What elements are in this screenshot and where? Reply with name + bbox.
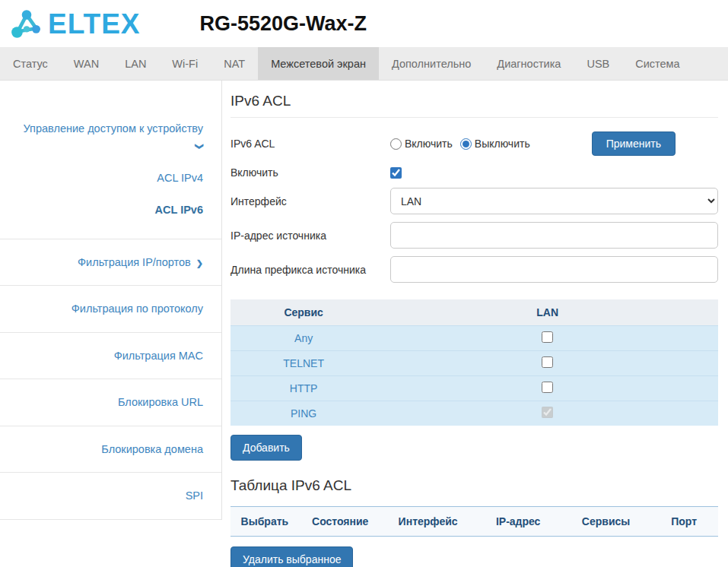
ipv6-acl-label: IPv6 ACL xyxy=(230,138,390,150)
sidebar-item-device-access[interactable]: Управление доступом к устройству ❯ xyxy=(0,112,221,162)
acl-header-port: Порт xyxy=(650,507,718,537)
page-title: IPv6 ACL xyxy=(230,93,718,118)
sidebar-group-domain-block: Блокировка домена xyxy=(0,426,221,473)
brand-name: ELTEX xyxy=(48,10,141,38)
service-table-header-row: Сервис LAN xyxy=(230,299,718,326)
sidebar-item-label: Управление доступом к устройству xyxy=(24,122,203,135)
acl-header-select: Выбрать xyxy=(230,507,299,537)
service-telnet-checkbox[interactable] xyxy=(542,356,553,368)
sidebar-item-acl-ipv6[interactable]: ACL IPv6 xyxy=(0,194,221,226)
eltex-logo: ELTEX xyxy=(9,8,141,40)
prefix-length-control xyxy=(390,256,718,283)
service-name: Any xyxy=(230,326,377,351)
service-http-checkbox[interactable] xyxy=(542,382,553,393)
chevron-down-icon: ❯ xyxy=(193,143,206,150)
sidebar-item-ip-port-filter[interactable]: Фильтрация IP/портов ❯ xyxy=(0,239,221,285)
interface-control: LAN xyxy=(390,188,718,214)
table-row: HTTP xyxy=(230,376,718,401)
ipv6-acl-control: Включить Выключить Применить xyxy=(390,131,718,156)
radio-enable-label: Включить xyxy=(405,138,453,150)
enable-checkbox[interactable] xyxy=(390,167,402,179)
service-name: TELNET xyxy=(230,351,377,376)
sidebar-group-mac-filter: Фильтрация MAC xyxy=(0,333,221,379)
service-checkbox-cell xyxy=(377,376,718,401)
enable-control xyxy=(390,167,718,179)
prefix-length-row: Длина префикса источника xyxy=(230,256,718,283)
service-column-header: Сервис xyxy=(230,299,377,326)
tab-advanced[interactable]: Дополнительно xyxy=(379,47,484,80)
delete-selected-button[interactable]: Удалить выбранное xyxy=(230,546,353,567)
acl-header-ip: IP-адрес xyxy=(474,507,561,537)
main-content: IPv6 ACL IPv6 ACL Включить Выключить При… xyxy=(222,81,728,567)
sidebar-item-label: SPI xyxy=(186,489,203,502)
lan-column-header: LAN xyxy=(377,299,718,326)
tab-status[interactable]: Статус xyxy=(0,47,61,80)
tab-firewall[interactable]: Межсетевой экран xyxy=(258,47,379,80)
sidebar-group-url-block: Блокировка URL xyxy=(0,379,221,426)
radio-disable-input[interactable] xyxy=(460,138,472,150)
service-checkbox-cell xyxy=(377,401,718,426)
tab-lan[interactable]: LAN xyxy=(112,47,159,80)
header: ELTEX RG-5520G-Wax-Z xyxy=(0,0,728,47)
radio-disable-label: Выключить xyxy=(475,138,530,150)
service-name: PING xyxy=(230,401,377,426)
sidebar-item-acl-ipv4[interactable]: ACL IPv4 xyxy=(0,162,221,194)
eltex-logo-icon xyxy=(9,8,44,40)
sidebar-item-label: Фильтрация MAC xyxy=(114,350,203,362)
sidebar-item-url-block[interactable]: Блокировка URL xyxy=(0,379,221,425)
sidebar-item-label: Блокировка URL xyxy=(118,396,203,408)
table-row: TELNET xyxy=(230,351,718,376)
sidebar-item-label: Фильтрация по протоколу xyxy=(72,303,203,315)
source-ip-row: IP-адрес источника xyxy=(230,222,718,249)
acl-header-services: Сервисы xyxy=(562,507,650,537)
acl-header-interface: Интерфейс xyxy=(382,507,475,537)
sidebar-group-access: Управление доступом к устройству ❯ ACL I… xyxy=(0,106,221,239)
tab-nat[interactable]: NAT xyxy=(211,47,258,80)
sidebar-item-spi[interactable]: SPI xyxy=(0,473,221,518)
apply-button[interactable]: Применить xyxy=(592,131,676,156)
service-ping-checkbox[interactable] xyxy=(542,407,553,418)
source-ip-input[interactable] xyxy=(390,222,718,249)
sidebar-item-label: Блокировка домена xyxy=(101,443,203,455)
sidebar-item-domain-block[interactable]: Блокировка домена xyxy=(0,426,221,472)
radio-enable[interactable]: Включить xyxy=(390,138,453,150)
device-title: RG-5520G-Wax-Z xyxy=(200,12,367,36)
acl-header-state: Состояние xyxy=(299,507,382,537)
tab-wifi[interactable]: Wi-Fi xyxy=(159,47,211,80)
ipv6-acl-row: IPv6 ACL Включить Выключить Применить xyxy=(230,131,718,156)
source-ip-label: IP-адрес источника xyxy=(230,230,390,242)
chevron-right-icon: ❯ xyxy=(196,257,203,270)
prefix-length-input[interactable] xyxy=(390,256,718,283)
table-row: PING xyxy=(230,401,718,426)
interface-label: Интерфейс xyxy=(230,195,390,207)
service-checkbox-cell xyxy=(377,351,718,376)
table-row: Any xyxy=(230,326,718,351)
sidebar-item-mac-filter[interactable]: Фильтрация MAC xyxy=(0,333,221,379)
interface-select[interactable]: LAN xyxy=(390,188,718,214)
sidebar: Управление доступом к устройству ❯ ACL I… xyxy=(0,81,222,520)
sidebar-item-protocol-filter[interactable]: Фильтрация по протоколу xyxy=(0,286,221,331)
radio-disable[interactable]: Выключить xyxy=(460,138,530,150)
enable-row: Включить xyxy=(230,166,718,179)
sidebar-item-label: ACL IPv6 xyxy=(155,204,203,216)
sidebar-item-label: Фильтрация IP/портов xyxy=(78,256,191,268)
radio-enable-input[interactable] xyxy=(390,138,402,150)
main-nav: Статус WAN LAN Wi-Fi NAT Межсетевой экра… xyxy=(0,47,728,81)
acl-table: Выбрать Состояние Интерфейс IP-адрес Сер… xyxy=(230,506,718,537)
service-checkbox-cell xyxy=(377,326,718,351)
acl-table-title: Таблица IPv6 ACL xyxy=(230,477,718,494)
tab-usb[interactable]: USB xyxy=(574,47,622,80)
add-button[interactable]: Добавить xyxy=(230,435,302,461)
tab-wan[interactable]: WAN xyxy=(61,47,112,80)
acl-table-header-row: Выбрать Состояние Интерфейс IP-адрес Сер… xyxy=(230,507,718,537)
router-admin-page: ELTEX RG-5520G-Wax-Z Статус WAN LAN Wi-F… xyxy=(0,0,728,567)
service-any-checkbox[interactable] xyxy=(542,331,553,343)
tab-diagnostics[interactable]: Диагностика xyxy=(484,47,574,80)
sidebar-group-ip-port-filter: Фильтрация IP/портов ❯ xyxy=(0,239,221,286)
sidebar-group-spi: SPI xyxy=(0,473,221,519)
sidebar-item-label: ACL IPv4 xyxy=(157,172,203,184)
sidebar-group-protocol-filter: Фильтрация по протоколу xyxy=(0,286,221,332)
enable-label: Включить xyxy=(230,166,390,179)
interface-row: Интерфейс LAN xyxy=(230,188,718,214)
tab-system[interactable]: Система xyxy=(622,47,692,80)
